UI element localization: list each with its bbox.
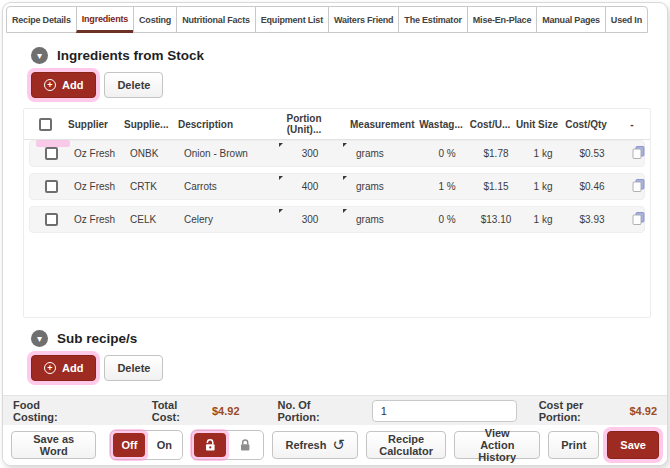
table-header-row: Supplier Supplie... Description Portion …: [24, 109, 650, 140]
collapse-chevron-icon[interactable]: ▾: [31, 47, 48, 64]
cell-wastage: 0 %: [422, 148, 472, 159]
cell-measurement[interactable]: grams: [342, 181, 422, 192]
print-button[interactable]: Print: [548, 431, 599, 459]
cell-cost-qty: $3.93: [566, 214, 618, 225]
cell-unit-size: 1 kg: [520, 148, 566, 159]
refresh-icon: ↺: [332, 438, 345, 453]
table-row: Oz Fresh ONBK Onion - Brown 300 grams 0 …: [29, 140, 645, 167]
food-costing-bar: Food Costing: Total Cost: $4.92 No. Of P…: [3, 395, 667, 425]
col-wastage[interactable]: Wastag...: [416, 119, 466, 130]
cell-supplier: Oz Fresh: [72, 148, 128, 159]
cell-cost-qty: $0.46: [566, 181, 618, 192]
row-checkbox[interactable]: [45, 180, 58, 193]
cell-unit-size: 1 kg: [520, 214, 566, 225]
view-action-history-button[interactable]: View Action History: [454, 431, 540, 459]
unlock-icon-button[interactable]: [194, 433, 226, 457]
cell-unit-size: 1 kg: [520, 181, 566, 192]
table-empty-area: [24, 239, 650, 317]
portion-label: No. Of Portion:: [278, 399, 350, 423]
unlock-icon: [203, 438, 217, 452]
cell-portion[interactable]: 300: [278, 214, 342, 225]
tab-waiters-friend[interactable]: Waiters Friend: [328, 6, 399, 33]
tab-recipe-details[interactable]: Recipe Details: [6, 6, 77, 33]
col-measurement[interactable]: Measurement: [336, 119, 416, 130]
save-button[interactable]: Save: [607, 431, 659, 459]
ingredients-section-header: ▾ Ingredients from Stock: [31, 47, 651, 64]
table-row: Oz Fresh CELK Celery 300 grams 0 % $13.1…: [29, 206, 645, 233]
table-row: Oz Fresh CRTK Carrots 400 grams 1 % $1.1…: [29, 173, 645, 200]
subrecipe-section-header: ▾ Sub recipe/s: [31, 330, 651, 347]
plus-icon: +: [44, 362, 56, 374]
tab-equipment-list[interactable]: Equipment List: [255, 6, 329, 33]
col-unit-size[interactable]: Unit Size: [514, 119, 560, 130]
toolbar-right-group: Refresh ↺ Recipe Calculator View Action …: [272, 431, 659, 459]
add-subrecipe-label: Add: [62, 362, 83, 374]
cell-wastage: 1 %: [422, 181, 472, 192]
cost-per-portion-value: $4.92: [629, 405, 657, 417]
cell-cost-unit: $1.78: [472, 148, 520, 159]
tab-ingredients[interactable]: Ingredients: [76, 6, 134, 33]
add-ingredient-label: Add: [62, 79, 83, 91]
cell-description: Carrots: [182, 181, 278, 192]
recipe-calculator-button[interactable]: Recipe Calculator: [366, 431, 446, 459]
tab-bar: Recipe Details Ingredients Costing Nutri…: [3, 3, 667, 35]
row-checkbox[interactable]: [45, 213, 58, 226]
add-ingredient-button[interactable]: + Add: [31, 72, 96, 98]
col-supplier-code[interactable]: Supplie...: [122, 119, 176, 130]
tab-the-estimator[interactable]: The Estimator: [398, 6, 467, 33]
cell-supplier-code: ONBK: [128, 148, 182, 159]
tab-costing[interactable]: Costing: [133, 6, 177, 33]
lock-toggle: [191, 430, 264, 460]
cell-supplier-code: CELK: [128, 214, 182, 225]
copy-row-icon[interactable]: [631, 178, 646, 193]
col-portion[interactable]: Portion (Unit)...: [272, 113, 336, 135]
cell-description: Onion - Brown: [182, 148, 278, 159]
cell-portion[interactable]: 300: [278, 148, 342, 159]
cell-supplier: Oz Fresh: [72, 181, 128, 192]
cell-cost-qty: $0.53: [566, 148, 618, 159]
portion-input[interactable]: [372, 400, 517, 422]
tab-nutritional-facts[interactable]: Nutritional Facts: [176, 6, 256, 33]
cell-portion[interactable]: 400: [278, 181, 342, 192]
cell-supplier: Oz Fresh: [72, 214, 128, 225]
bottom-toolbar: Save as Word Off On Refres: [3, 425, 667, 465]
lock-icon-button[interactable]: [229, 433, 261, 457]
refresh-button[interactable]: Refresh ↺: [272, 431, 358, 459]
cell-cost-unit: $13.10: [472, 214, 520, 225]
toggle-off-button[interactable]: Off: [113, 433, 145, 457]
total-cost-label: Total Cost:: [152, 399, 204, 423]
delete-subrecipe-button[interactable]: Delete: [104, 355, 163, 381]
ingredients-section-title: Ingredients from Stock: [57, 48, 204, 63]
cost-per-portion-label: Cost per Portion:: [539, 399, 622, 423]
col-supplier[interactable]: Supplier: [66, 119, 122, 130]
save-as-word-button[interactable]: Save as Word: [11, 431, 96, 459]
delete-ingredient-button[interactable]: Delete: [104, 72, 163, 98]
total-cost-value: $4.92: [212, 405, 240, 417]
col-description[interactable]: Description: [176, 119, 272, 130]
highlight-artifact: [36, 140, 70, 147]
copy-row-icon[interactable]: [631, 145, 646, 160]
subrecipe-actions: + Add Delete: [31, 355, 651, 381]
col-cost-unit[interactable]: Cost/U...: [466, 119, 514, 130]
collapse-chevron-icon[interactable]: ▾: [31, 330, 48, 347]
cell-cost-unit: $1.15: [472, 181, 520, 192]
col-actions: -: [612, 119, 652, 130]
cell-description: Celery: [182, 214, 278, 225]
cell-measurement[interactable]: grams: [342, 148, 422, 159]
lock-icon: [238, 438, 252, 452]
copy-row-icon[interactable]: [631, 211, 646, 226]
ingredients-table: Supplier Supplie... Description Portion …: [23, 108, 651, 318]
toggle-on-button[interactable]: On: [148, 433, 180, 457]
tab-used-in[interactable]: Used In: [605, 6, 648, 33]
cell-measurement[interactable]: grams: [342, 214, 422, 225]
add-subrecipe-button[interactable]: + Add: [31, 355, 96, 381]
select-all-checkbox[interactable]: [39, 118, 52, 131]
col-cost-qty[interactable]: Cost/Qty: [560, 119, 612, 130]
refresh-label: Refresh: [285, 439, 326, 451]
tab-manual-pages[interactable]: Manual Pages: [536, 6, 606, 33]
main-content: ▾ Ingredients from Stock + Add Delete Su…: [3, 35, 667, 395]
cell-wastage: 0 %: [422, 214, 472, 225]
row-checkbox[interactable]: [45, 147, 58, 160]
tab-mise-en-place[interactable]: Mise-En-Place: [467, 6, 537, 33]
food-costing-label: Food Costing:: [13, 399, 82, 423]
